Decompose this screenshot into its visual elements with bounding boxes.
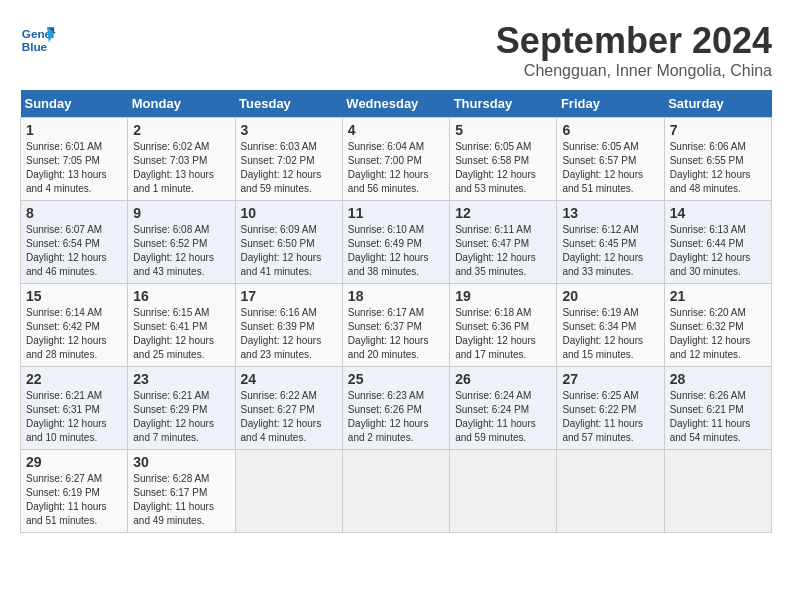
day-info: Sunrise: 6:08 AM Sunset: 6:52 PM Dayligh… [133, 223, 229, 279]
day-number: 6 [562, 122, 658, 138]
calendar-header-row: SundayMondayTuesdayWednesdayThursdayFrid… [21, 90, 772, 118]
svg-text:Blue: Blue [22, 40, 48, 53]
column-header-saturday: Saturday [664, 90, 771, 118]
day-info: Sunrise: 6:28 AM Sunset: 6:17 PM Dayligh… [133, 472, 229, 528]
day-number: 24 [241, 371, 337, 387]
day-info: Sunrise: 6:13 AM Sunset: 6:44 PM Dayligh… [670, 223, 766, 279]
day-info: Sunrise: 6:21 AM Sunset: 6:31 PM Dayligh… [26, 389, 122, 445]
calendar-cell: 24Sunrise: 6:22 AM Sunset: 6:27 PM Dayli… [235, 367, 342, 450]
calendar-cell: 25Sunrise: 6:23 AM Sunset: 6:26 PM Dayli… [342, 367, 449, 450]
day-number: 26 [455, 371, 551, 387]
logo: General Blue [20, 20, 56, 56]
calendar-cell: 9Sunrise: 6:08 AM Sunset: 6:52 PM Daylig… [128, 201, 235, 284]
day-number: 13 [562, 205, 658, 221]
column-header-monday: Monday [128, 90, 235, 118]
calendar-week-row: 22Sunrise: 6:21 AM Sunset: 6:31 PM Dayli… [21, 367, 772, 450]
day-info: Sunrise: 6:07 AM Sunset: 6:54 PM Dayligh… [26, 223, 122, 279]
calendar-cell: 22Sunrise: 6:21 AM Sunset: 6:31 PM Dayli… [21, 367, 128, 450]
day-number: 20 [562, 288, 658, 304]
day-number: 17 [241, 288, 337, 304]
day-info: Sunrise: 6:06 AM Sunset: 6:55 PM Dayligh… [670, 140, 766, 196]
day-info: Sunrise: 6:09 AM Sunset: 6:50 PM Dayligh… [241, 223, 337, 279]
column-header-tuesday: Tuesday [235, 90, 342, 118]
calendar-cell [342, 450, 449, 533]
day-info: Sunrise: 6:15 AM Sunset: 6:41 PM Dayligh… [133, 306, 229, 362]
calendar-cell: 15Sunrise: 6:14 AM Sunset: 6:42 PM Dayli… [21, 284, 128, 367]
calendar-cell: 10Sunrise: 6:09 AM Sunset: 6:50 PM Dayli… [235, 201, 342, 284]
column-header-sunday: Sunday [21, 90, 128, 118]
day-number: 8 [26, 205, 122, 221]
day-info: Sunrise: 6:02 AM Sunset: 7:03 PM Dayligh… [133, 140, 229, 196]
calendar-cell: 11Sunrise: 6:10 AM Sunset: 6:49 PM Dayli… [342, 201, 449, 284]
day-number: 10 [241, 205, 337, 221]
calendar-cell [235, 450, 342, 533]
day-info: Sunrise: 6:21 AM Sunset: 6:29 PM Dayligh… [133, 389, 229, 445]
calendar-cell: 26Sunrise: 6:24 AM Sunset: 6:24 PM Dayli… [450, 367, 557, 450]
column-header-friday: Friday [557, 90, 664, 118]
calendar-cell: 7Sunrise: 6:06 AM Sunset: 6:55 PM Daylig… [664, 118, 771, 201]
calendar-cell [664, 450, 771, 533]
calendar-cell: 3Sunrise: 6:03 AM Sunset: 7:02 PM Daylig… [235, 118, 342, 201]
day-info: Sunrise: 6:10 AM Sunset: 6:49 PM Dayligh… [348, 223, 444, 279]
day-number: 29 [26, 454, 122, 470]
day-number: 30 [133, 454, 229, 470]
calendar-cell: 19Sunrise: 6:18 AM Sunset: 6:36 PM Dayli… [450, 284, 557, 367]
calendar-cell: 21Sunrise: 6:20 AM Sunset: 6:32 PM Dayli… [664, 284, 771, 367]
day-number: 12 [455, 205, 551, 221]
calendar-cell: 23Sunrise: 6:21 AM Sunset: 6:29 PM Dayli… [128, 367, 235, 450]
day-number: 4 [348, 122, 444, 138]
day-number: 28 [670, 371, 766, 387]
day-number: 9 [133, 205, 229, 221]
calendar-cell: 27Sunrise: 6:25 AM Sunset: 6:22 PM Dayli… [557, 367, 664, 450]
calendar-cell: 29Sunrise: 6:27 AM Sunset: 6:19 PM Dayli… [21, 450, 128, 533]
day-info: Sunrise: 6:27 AM Sunset: 6:19 PM Dayligh… [26, 472, 122, 528]
calendar-cell: 6Sunrise: 6:05 AM Sunset: 6:57 PM Daylig… [557, 118, 664, 201]
day-info: Sunrise: 6:05 AM Sunset: 6:58 PM Dayligh… [455, 140, 551, 196]
calendar-cell: 28Sunrise: 6:26 AM Sunset: 6:21 PM Dayli… [664, 367, 771, 450]
calendar-table: SundayMondayTuesdayWednesdayThursdayFrid… [20, 90, 772, 533]
calendar-week-row: 15Sunrise: 6:14 AM Sunset: 6:42 PM Dayli… [21, 284, 772, 367]
day-info: Sunrise: 6:26 AM Sunset: 6:21 PM Dayligh… [670, 389, 766, 445]
calendar-cell: 18Sunrise: 6:17 AM Sunset: 6:37 PM Dayli… [342, 284, 449, 367]
day-number: 15 [26, 288, 122, 304]
calendar-cell: 14Sunrise: 6:13 AM Sunset: 6:44 PM Dayli… [664, 201, 771, 284]
day-number: 3 [241, 122, 337, 138]
day-info: Sunrise: 6:16 AM Sunset: 6:39 PM Dayligh… [241, 306, 337, 362]
day-number: 14 [670, 205, 766, 221]
logo-icon: General Blue [20, 20, 56, 56]
calendar-week-row: 1Sunrise: 6:01 AM Sunset: 7:05 PM Daylig… [21, 118, 772, 201]
day-number: 18 [348, 288, 444, 304]
calendar-cell: 4Sunrise: 6:04 AM Sunset: 7:00 PM Daylig… [342, 118, 449, 201]
day-info: Sunrise: 6:24 AM Sunset: 6:24 PM Dayligh… [455, 389, 551, 445]
page-header: General Blue September 2024 Chengguan, I… [20, 20, 772, 80]
calendar-week-row: 29Sunrise: 6:27 AM Sunset: 6:19 PM Dayli… [21, 450, 772, 533]
calendar-cell: 5Sunrise: 6:05 AM Sunset: 6:58 PM Daylig… [450, 118, 557, 201]
day-number: 5 [455, 122, 551, 138]
calendar-cell: 2Sunrise: 6:02 AM Sunset: 7:03 PM Daylig… [128, 118, 235, 201]
day-number: 1 [26, 122, 122, 138]
day-info: Sunrise: 6:20 AM Sunset: 6:32 PM Dayligh… [670, 306, 766, 362]
calendar-cell: 12Sunrise: 6:11 AM Sunset: 6:47 PM Dayli… [450, 201, 557, 284]
day-number: 7 [670, 122, 766, 138]
day-info: Sunrise: 6:04 AM Sunset: 7:00 PM Dayligh… [348, 140, 444, 196]
day-number: 23 [133, 371, 229, 387]
calendar-cell: 13Sunrise: 6:12 AM Sunset: 6:45 PM Dayli… [557, 201, 664, 284]
day-number: 16 [133, 288, 229, 304]
day-info: Sunrise: 6:22 AM Sunset: 6:27 PM Dayligh… [241, 389, 337, 445]
day-info: Sunrise: 6:03 AM Sunset: 7:02 PM Dayligh… [241, 140, 337, 196]
calendar-cell: 30Sunrise: 6:28 AM Sunset: 6:17 PM Dayli… [128, 450, 235, 533]
title-section: September 2024 Chengguan, Inner Mongolia… [496, 20, 772, 80]
day-number: 27 [562, 371, 658, 387]
day-number: 2 [133, 122, 229, 138]
day-number: 25 [348, 371, 444, 387]
day-info: Sunrise: 6:11 AM Sunset: 6:47 PM Dayligh… [455, 223, 551, 279]
calendar-cell: 16Sunrise: 6:15 AM Sunset: 6:41 PM Dayli… [128, 284, 235, 367]
calendar-cell: 17Sunrise: 6:16 AM Sunset: 6:39 PM Dayli… [235, 284, 342, 367]
calendar-cell: 8Sunrise: 6:07 AM Sunset: 6:54 PM Daylig… [21, 201, 128, 284]
day-info: Sunrise: 6:17 AM Sunset: 6:37 PM Dayligh… [348, 306, 444, 362]
day-number: 19 [455, 288, 551, 304]
day-info: Sunrise: 6:12 AM Sunset: 6:45 PM Dayligh… [562, 223, 658, 279]
calendar-cell [557, 450, 664, 533]
calendar-cell [450, 450, 557, 533]
location-title: Chengguan, Inner Mongolia, China [496, 62, 772, 80]
